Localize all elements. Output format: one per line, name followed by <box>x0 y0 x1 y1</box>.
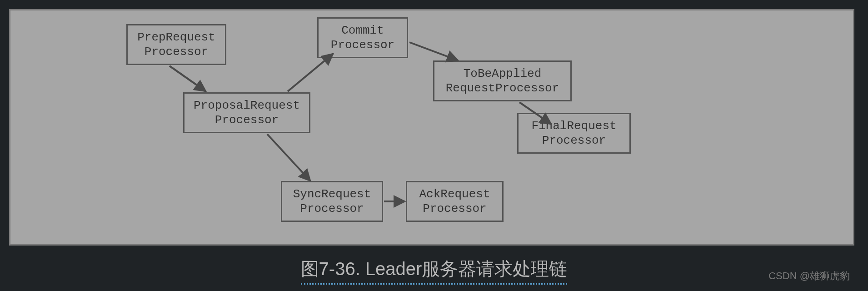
node-line: Processor <box>331 38 394 53</box>
node-line: Processor <box>300 201 364 216</box>
node-line: Processor <box>542 133 606 148</box>
node-ack-request-processor: AckRequest Processor <box>406 181 504 222</box>
figure-caption: 图7-36. Leader服务器请求处理链 <box>301 256 568 285</box>
node-sync-request-processor: SyncRequest Processor <box>281 181 383 222</box>
node-line: Processor <box>423 201 486 216</box>
node-tobeapplied-request-processor: ToBeApplied RequestProcessor <box>433 60 572 101</box>
node-line: Processor <box>145 45 208 60</box>
node-line: SyncRequest <box>293 187 371 202</box>
node-line: ProposalRequest <box>194 98 300 113</box>
node-commit-processor: Commit Processor <box>317 17 408 58</box>
node-final-request-processor: FinalRequest Processor <box>517 113 631 154</box>
watermark: CSDN @雄狮虎豹 <box>768 269 850 283</box>
node-line: Commit <box>341 23 384 38</box>
node-line: AckRequest <box>419 187 490 202</box>
node-line: ToBeApplied <box>464 66 542 81</box>
diagram-frame: PrepRequest Processor ProposalRequest Pr… <box>9 9 854 246</box>
edge-proposal-to-sync <box>267 134 310 181</box>
edge-commit-to-tobeapplied <box>409 42 458 60</box>
node-prep-request-processor: PrepRequest Processor <box>126 24 226 65</box>
node-proposal-request-processor: ProposalRequest Processor <box>183 92 310 133</box>
edge-proposal-to-commit <box>288 54 333 91</box>
edge-prep-to-proposal <box>170 66 206 91</box>
caption-bar: 图7-36. Leader服务器请求处理链 <box>0 250 868 291</box>
node-line: Processor <box>215 113 279 128</box>
node-line: RequestProcessor <box>446 81 559 96</box>
node-line: FinalRequest <box>531 119 616 134</box>
node-line: PrepRequest <box>137 30 215 45</box>
